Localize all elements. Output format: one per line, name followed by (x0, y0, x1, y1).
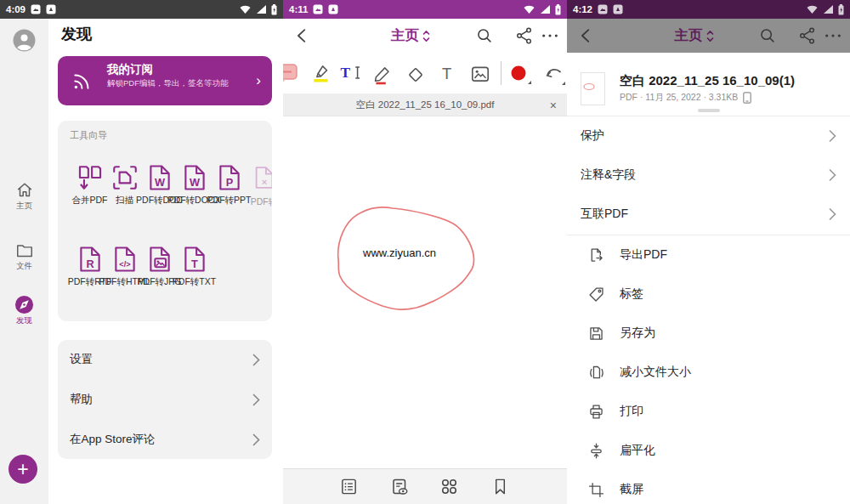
pdf-convert-more-icon: × (252, 165, 273, 190)
app-notification-icon (46, 4, 56, 14)
page-preview-icon[interactable] (389, 477, 410, 497)
cellular-icon (823, 5, 833, 14)
add-fab[interactable]: + (8, 455, 37, 484)
compass-icon (14, 295, 34, 314)
action-export-pdf[interactable]: 导出PDF (567, 235, 850, 275)
tool-pdf-to-txt[interactable]: T PDF转TXT (177, 245, 212, 289)
red-ink-color-icon[interactable] (509, 64, 530, 84)
menu-item-label: 在App Store评论 (70, 432, 156, 447)
menu-item-label: 设置 (70, 352, 93, 367)
pdf-to-ppt-icon: P (215, 163, 244, 192)
tool-merge-pdf[interactable]: 合并PDF (72, 163, 107, 207)
subscription-card[interactable]: 我的订阅 解锁PDF编辑，导出，签名等功能 › (58, 56, 272, 105)
share-icon[interactable] (798, 26, 817, 45)
action-label: 截屏 (620, 482, 643, 497)
sidebar-item-home[interactable]: 主页 (0, 181, 48, 212)
spinner-icon (422, 30, 430, 42)
clock: 4:11 (289, 4, 308, 14)
screenshot-notification-icon (31, 4, 41, 14)
corner-indicator (528, 81, 531, 84)
row-label: 互联PDF (581, 207, 628, 222)
battery-icon (838, 4, 844, 15)
search-icon[interactable] (758, 26, 777, 45)
header-title: 主页 (675, 26, 703, 45)
share-icon[interactable] (515, 26, 534, 45)
more-options-icon[interactable] (824, 26, 842, 45)
text-insert-icon[interactable]: T (340, 62, 362, 84)
typewriter-icon[interactable]: T (437, 62, 459, 84)
more-options-icon[interactable] (541, 26, 559, 45)
row-connected-pdf[interactable]: 互联PDF (567, 195, 850, 234)
tool-label: PDF转TXT (173, 276, 216, 288)
document-tab-filename: 空白 2022_11_25 16_10_09.pdf (356, 99, 495, 111)
app-notification-icon (613, 4, 623, 14)
sidebar-item-label: 发现 (16, 315, 32, 325)
device-icon (743, 92, 751, 104)
highlighter-icon[interactable] (310, 62, 332, 84)
menu-item-help[interactable]: 帮助 (58, 380, 272, 419)
discover-screen: 4:09 主页 文件 发现 + (0, 0, 283, 504)
action-label: 扁平化 (620, 443, 655, 458)
document-tab[interactable]: 空白 2022_11_25 16_10_09.pdf × (283, 93, 567, 116)
battery-icon (555, 4, 561, 15)
chevron-right-icon (829, 207, 836, 221)
sidebar-item-files[interactable]: 文件 (0, 241, 48, 272)
action-label: 减小文件大小 (620, 365, 691, 380)
home-title-button[interactable]: 主页 (283, 19, 538, 53)
canvas-text: www.ziyuan.cn (362, 246, 436, 259)
tool-label: 扫描 (116, 195, 133, 207)
menu-item-settings[interactable]: 设置 (58, 340, 272, 379)
row-protect[interactable]: 保护 (567, 116, 850, 156)
battery-icon (271, 4, 277, 15)
close-tab-icon[interactable]: × (550, 93, 557, 116)
action-save-as[interactable]: 另存为 (567, 314, 850, 353)
home-title-button[interactable]: 主页 (567, 19, 821, 53)
cellular-icon (540, 5, 550, 14)
reduce-file-size-icon (587, 364, 605, 382)
action-reduce-file-size[interactable]: 减小文件大小 (567, 353, 850, 392)
scan-icon (110, 163, 139, 192)
doc-letter: × (261, 177, 267, 187)
tool-pdf-convert-more[interactable]: × PDF转 (246, 165, 272, 209)
action-print[interactable]: 打印 (567, 392, 850, 431)
action-flatten[interactable]: 扁平化 (567, 431, 850, 470)
action-screenshot[interactable]: 截屏 (567, 470, 850, 504)
sidebar-item-discover[interactable]: 发现 (0, 295, 48, 326)
folder-icon (15, 241, 34, 260)
document-meta: PDF · 11月 25, 2022 · 3.31KB (620, 92, 738, 104)
sheet-drag-handle[interactable] (698, 109, 720, 112)
action-tags[interactable]: 标签 (567, 275, 850, 314)
thumbnails-icon[interactable] (439, 477, 459, 496)
avatar[interactable] (13, 29, 36, 55)
clock: 4:09 (6, 4, 26, 14)
pdf-canvas[interactable]: www.ziyuan.cn (283, 116, 567, 468)
tool-pdf-to-ppt[interactable]: P PDF转PPT (212, 163, 246, 207)
flatten-icon (587, 442, 605, 460)
sidebar-item-label: 主页 (16, 201, 32, 210)
eraser-icon[interactable] (405, 64, 427, 86)
merge-pdf-icon (76, 163, 105, 192)
doc-letter: </> (119, 260, 130, 269)
tool-label: PDF转PPT (207, 195, 252, 207)
header-title: 主页 (391, 26, 419, 45)
cellular-icon (256, 5, 266, 14)
dimmed-header: 主页 (567, 19, 850, 53)
row-comment-fields[interactable]: 注释&字段 (567, 156, 850, 195)
menu-item-review[interactable]: 在App Store评论 (58, 420, 272, 459)
image-stamp-icon[interactable] (469, 63, 491, 85)
outline-icon[interactable] (339, 477, 359, 496)
corner-indicator (562, 82, 565, 85)
settings-card: 设置 帮助 在App Store评论 (58, 340, 272, 459)
screenshot-notification-icon (313, 4, 323, 14)
bookmark-icon[interactable] (490, 477, 510, 496)
pdf-to-doc-icon: W (145, 163, 174, 192)
menu-item-label: 帮助 (70, 392, 93, 407)
pencil-icon[interactable] (371, 64, 394, 86)
status-bar: 4:09 (0, 0, 283, 19)
tool-label: 合并PDF (72, 195, 108, 207)
editor-header: 主页 (283, 19, 567, 53)
search-icon[interactable] (475, 26, 494, 45)
annotation-toolbar: T T (283, 53, 567, 93)
subscription-title: 我的订阅 (107, 62, 153, 77)
comment-icon[interactable] (283, 64, 298, 84)
